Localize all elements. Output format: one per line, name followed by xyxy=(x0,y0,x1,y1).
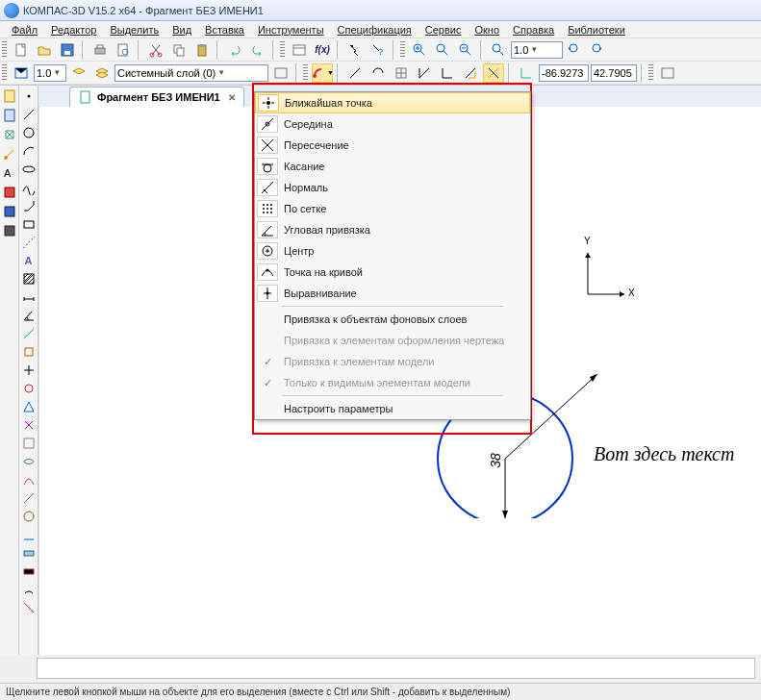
zoom-prev-button[interactable] xyxy=(565,40,586,60)
panel-tab-2[interactable] xyxy=(1,107,18,124)
toolbar-grip[interactable] xyxy=(400,41,405,59)
snap-item-grid[interactable]: По сетке xyxy=(255,198,530,219)
zoom-scale-button[interactable] xyxy=(488,40,509,60)
angle-tool[interactable] xyxy=(20,307,38,324)
snap-item-tangent[interactable]: Касание xyxy=(255,156,530,177)
open-button[interactable] xyxy=(34,40,55,60)
toolbar-grip[interactable] xyxy=(2,41,7,59)
cut-button[interactable] xyxy=(145,40,166,60)
snap-tool-1[interactable] xyxy=(344,63,366,83)
snap-tool-7[interactable] xyxy=(483,63,504,83)
panel-tab-1[interactable] xyxy=(1,88,18,105)
toolbar-grip[interactable] xyxy=(2,64,7,82)
misc-tool-3[interactable] xyxy=(20,362,38,379)
snap-extra-bg-layers[interactable]: Привязка к объектам фоновых слоев xyxy=(255,309,530,330)
spline-tool[interactable] xyxy=(20,179,38,196)
menu-view[interactable]: Вид xyxy=(166,22,197,38)
arc-tool[interactable] xyxy=(20,142,38,160)
toolbar-grip[interactable] xyxy=(648,64,653,82)
menu-file[interactable]: Файл xyxy=(6,22,43,38)
chamfer-tool[interactable] xyxy=(20,197,38,214)
misc-tool-8[interactable] xyxy=(20,453,38,470)
toolbar-grip[interactable] xyxy=(280,41,285,59)
snap-tool-2[interactable] xyxy=(368,63,389,83)
toolbar-grip[interactable] xyxy=(303,64,308,82)
document-tab-active[interactable]: Фрагмент БЕЗ ИМЕНИ1 ✕ xyxy=(69,87,244,107)
view-button-1[interactable] xyxy=(11,63,32,83)
fx-button[interactable]: f(x) xyxy=(312,40,333,60)
menu-window[interactable]: Окно xyxy=(469,22,505,38)
menu-spec[interactable]: Спецификация xyxy=(332,22,418,38)
snap-item-on-curve[interactable]: Точка на кривой xyxy=(255,262,530,283)
preview-button[interactable] xyxy=(113,40,134,60)
undo-button[interactable] xyxy=(224,40,245,60)
menu-edit[interactable]: Редактор xyxy=(45,22,102,38)
scale-combo[interactable]: 1.0▼ xyxy=(34,64,66,82)
copy-button[interactable] xyxy=(168,40,190,60)
arrow-button[interactable] xyxy=(344,40,366,60)
misc-tool-11[interactable] xyxy=(20,508,38,525)
new-doc-button[interactable] xyxy=(11,40,32,60)
line-tool[interactable] xyxy=(20,106,38,123)
text-tool[interactable]: A xyxy=(20,252,38,269)
snap-configure[interactable]: Настроить параметры xyxy=(255,398,530,419)
snap-item-midpoint[interactable]: Середина xyxy=(255,113,530,135)
grid-button[interactable] xyxy=(391,63,412,83)
save-button[interactable] xyxy=(57,40,78,60)
menu-service[interactable]: Сервис xyxy=(419,22,468,38)
print-button[interactable] xyxy=(89,40,111,60)
redo-button[interactable] xyxy=(247,40,268,60)
point-tool[interactable] xyxy=(20,88,38,105)
snap-tool-4[interactable] xyxy=(414,63,435,83)
misc-tool-12[interactable] xyxy=(20,526,38,543)
misc-tool-2[interactable] xyxy=(20,343,38,361)
snap-item-align[interactable]: Выравнивание xyxy=(255,283,530,304)
coord-button[interactable] xyxy=(516,63,537,83)
ellipse-tool[interactable] xyxy=(20,161,38,178)
misc-tool-14[interactable] xyxy=(20,562,38,580)
arrow-help-button[interactable]: ? xyxy=(368,40,389,60)
layer-manage-button[interactable] xyxy=(270,63,292,83)
properties-button[interactable] xyxy=(289,40,310,60)
panel-tab-9[interactable] xyxy=(1,241,18,259)
panel-tab-4[interactable] xyxy=(1,145,18,162)
placeholder-button[interactable] xyxy=(657,63,678,83)
misc-tool-6[interactable] xyxy=(20,416,38,434)
snap-tool-6[interactable] xyxy=(460,63,481,83)
panel-tab-8[interactable] xyxy=(1,222,18,239)
circle-tool[interactable] xyxy=(20,124,38,141)
message-bar[interactable] xyxy=(37,658,755,679)
menu-select[interactable]: Выделить xyxy=(104,22,165,38)
y-coord-field[interactable]: 42.7905 xyxy=(591,64,637,82)
dim-tool[interactable] xyxy=(20,288,38,306)
misc-tool-7[interactable] xyxy=(20,435,38,452)
x-coord-field[interactable]: -86.9273 xyxy=(539,64,589,82)
snap-item-center[interactable]: Центр xyxy=(255,240,530,262)
panel-tab-5[interactable]: A xyxy=(1,164,18,182)
menu-libs[interactable]: Библиотеки xyxy=(562,22,631,38)
menu-insert[interactable]: Вставка xyxy=(199,22,250,38)
zoom-next-button[interactable] xyxy=(588,40,609,60)
misc-tool-16[interactable] xyxy=(20,599,38,616)
snap-item-intersection[interactable]: Пересечение xyxy=(255,135,530,156)
zoom-in-button[interactable] xyxy=(409,40,430,60)
ortho-button[interactable] xyxy=(437,63,458,83)
menu-tools[interactable]: Инструменты xyxy=(252,22,330,38)
panel-tab-3[interactable] xyxy=(1,126,18,143)
close-tab-icon[interactable]: ✕ xyxy=(228,92,236,103)
rect-tool[interactable] xyxy=(20,215,38,233)
layer-button[interactable] xyxy=(68,63,89,83)
misc-tool-15[interactable] xyxy=(20,581,38,598)
zoom-combo[interactable]: 1.0▼ xyxy=(511,41,563,59)
layer-combo[interactable]: Системный слой (0)▼ xyxy=(114,64,268,82)
snap-item-normal[interactable]: Нормаль xyxy=(255,177,530,198)
misc-tool-13[interactable] xyxy=(20,544,38,562)
hatch-tool[interactable] xyxy=(20,270,38,288)
panel-tab-7[interactable] xyxy=(1,203,18,220)
paste-button[interactable] xyxy=(191,40,213,60)
misc-tool-10[interactable] xyxy=(20,489,38,507)
misc-tool-5[interactable] xyxy=(20,398,38,415)
snap-item-nearest[interactable]: Ближайшая точка xyxy=(255,92,530,113)
construction-tool[interactable] xyxy=(20,234,38,251)
zoom-window-button[interactable] xyxy=(455,40,476,60)
